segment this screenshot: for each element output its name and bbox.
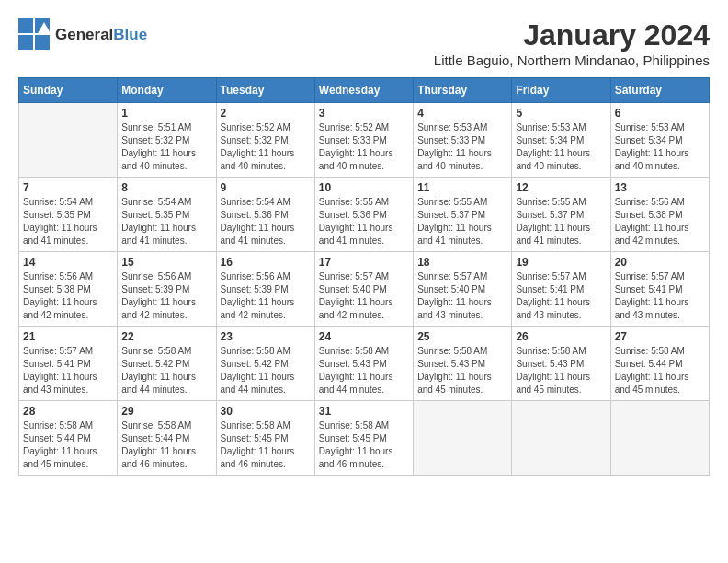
calendar-cell xyxy=(512,401,610,476)
calendar-cell: 25Sunrise: 5:58 AMSunset: 5:43 PMDayligh… xyxy=(414,327,512,401)
day-info: Sunrise: 5:58 AMSunset: 5:43 PMDaylight:… xyxy=(417,345,507,396)
calendar-cell: 1Sunrise: 5:51 AMSunset: 5:32 PMDaylight… xyxy=(118,103,216,178)
day-info: Sunrise: 5:58 AMSunset: 5:43 PMDaylight:… xyxy=(516,345,606,396)
day-info: Sunrise: 5:55 AMSunset: 5:37 PMDaylight:… xyxy=(516,196,606,247)
calendar-cell xyxy=(19,103,118,178)
calendar-cell: 11Sunrise: 5:55 AMSunset: 5:37 PMDayligh… xyxy=(414,178,512,252)
day-info: Sunrise: 5:56 AMSunset: 5:38 PMDaylight:… xyxy=(615,196,705,247)
day-info: Sunrise: 5:57 AMSunset: 5:41 PMDaylight:… xyxy=(23,345,113,396)
page-header: General Blue January 2024 Little Baguio,… xyxy=(18,18,710,68)
day-number: 19 xyxy=(516,256,606,269)
day-info: Sunrise: 5:57 AMSunset: 5:40 PMDaylight:… xyxy=(417,270,507,322)
calendar-cell: 27Sunrise: 5:58 AMSunset: 5:44 PMDayligh… xyxy=(610,327,709,401)
day-number: 16 xyxy=(221,256,311,269)
day-info: Sunrise: 5:53 AMSunset: 5:33 PMDaylight:… xyxy=(417,121,507,173)
day-number: 22 xyxy=(121,330,211,343)
day-number: 13 xyxy=(615,181,705,194)
svg-rect-2 xyxy=(18,35,33,50)
calendar-subtitle: Little Baguio, Northern Mindanao, Philip… xyxy=(434,52,710,68)
day-number: 6 xyxy=(615,107,705,120)
day-number: 15 xyxy=(121,256,211,269)
calendar-cell: 26Sunrise: 5:58 AMSunset: 5:43 PMDayligh… xyxy=(512,327,610,401)
day-info: Sunrise: 5:56 AMSunset: 5:39 PMDaylight:… xyxy=(121,270,211,322)
calendar-cell xyxy=(414,401,512,476)
day-number: 23 xyxy=(221,330,311,343)
day-info: Sunrise: 5:54 AMSunset: 5:35 PMDaylight:… xyxy=(23,196,113,247)
calendar-cell: 5Sunrise: 5:53 AMSunset: 5:34 PMDaylight… xyxy=(512,103,610,178)
calendar-cell: 19Sunrise: 5:57 AMSunset: 5:41 PMDayligh… xyxy=(512,252,610,327)
header-cell-tuesday: Tuesday xyxy=(216,78,314,103)
calendar-cell: 16Sunrise: 5:56 AMSunset: 5:39 PMDayligh… xyxy=(216,252,314,327)
calendar-cell: 30Sunrise: 5:58 AMSunset: 5:45 PMDayligh… xyxy=(216,401,314,476)
week-row-1: 7Sunrise: 5:54 AMSunset: 5:35 PMDaylight… xyxy=(19,178,710,252)
week-row-4: 28Sunrise: 5:58 AMSunset: 5:44 PMDayligh… xyxy=(19,401,710,476)
day-info: Sunrise: 5:58 AMSunset: 5:44 PMDaylight:… xyxy=(23,419,113,471)
day-number: 26 xyxy=(516,330,606,343)
calendar-cell: 9Sunrise: 5:54 AMSunset: 5:36 PMDaylight… xyxy=(216,178,314,252)
day-number: 10 xyxy=(319,181,409,194)
calendar-cell: 14Sunrise: 5:56 AMSunset: 5:38 PMDayligh… xyxy=(19,252,118,327)
header-cell-thursday: Thursday xyxy=(414,78,512,103)
calendar-cell: 22Sunrise: 5:58 AMSunset: 5:42 PMDayligh… xyxy=(118,327,216,401)
day-number: 14 xyxy=(23,256,113,269)
day-number: 9 xyxy=(221,181,311,194)
calendar-cell: 13Sunrise: 5:56 AMSunset: 5:38 PMDayligh… xyxy=(610,178,709,252)
day-info: Sunrise: 5:55 AMSunset: 5:36 PMDaylight:… xyxy=(319,196,409,247)
calendar-cell: 12Sunrise: 5:55 AMSunset: 5:37 PMDayligh… xyxy=(512,178,610,252)
calendar-header: SundayMondayTuesdayWednesdayThursdayFrid… xyxy=(19,78,710,103)
day-info: Sunrise: 5:58 AMSunset: 5:44 PMDaylight:… xyxy=(121,419,211,471)
day-info: Sunrise: 5:52 AMSunset: 5:32 PMDaylight:… xyxy=(221,121,311,173)
calendar-cell: 4Sunrise: 5:53 AMSunset: 5:33 PMDaylight… xyxy=(414,103,512,178)
calendar-cell: 7Sunrise: 5:54 AMSunset: 5:35 PMDaylight… xyxy=(19,178,118,252)
day-info: Sunrise: 5:58 AMSunset: 5:42 PMDaylight:… xyxy=(221,345,311,396)
header-cell-wednesday: Wednesday xyxy=(314,78,413,103)
logo: General Blue xyxy=(18,18,147,52)
day-number: 27 xyxy=(615,330,705,343)
calendar-cell: 2Sunrise: 5:52 AMSunset: 5:32 PMDaylight… xyxy=(216,103,314,178)
calendar-cell: 20Sunrise: 5:57 AMSunset: 5:41 PMDayligh… xyxy=(610,252,709,327)
day-info: Sunrise: 5:54 AMSunset: 5:36 PMDaylight:… xyxy=(221,196,311,247)
day-number: 12 xyxy=(516,181,606,194)
calendar-cell xyxy=(610,401,709,476)
day-info: Sunrise: 5:58 AMSunset: 5:44 PMDaylight:… xyxy=(615,345,705,396)
day-number: 8 xyxy=(121,181,211,194)
day-info: Sunrise: 5:58 AMSunset: 5:45 PMDaylight:… xyxy=(319,419,409,471)
calendar-cell: 6Sunrise: 5:53 AMSunset: 5:34 PMDaylight… xyxy=(610,103,709,178)
day-number: 1 xyxy=(121,107,211,120)
calendar-cell: 15Sunrise: 5:56 AMSunset: 5:39 PMDayligh… xyxy=(118,252,216,327)
calendar-cell: 21Sunrise: 5:57 AMSunset: 5:41 PMDayligh… xyxy=(19,327,118,401)
calendar-cell: 29Sunrise: 5:58 AMSunset: 5:44 PMDayligh… xyxy=(118,401,216,476)
header-cell-sunday: Sunday xyxy=(19,78,118,103)
day-number: 17 xyxy=(319,256,409,269)
calendar-cell: 24Sunrise: 5:58 AMSunset: 5:43 PMDayligh… xyxy=(314,327,413,401)
day-info: Sunrise: 5:56 AMSunset: 5:38 PMDaylight:… xyxy=(23,270,113,322)
day-info: Sunrise: 5:56 AMSunset: 5:39 PMDaylight:… xyxy=(221,270,311,322)
day-info: Sunrise: 5:54 AMSunset: 5:35 PMDaylight:… xyxy=(121,196,211,247)
day-number: 20 xyxy=(615,256,705,269)
logo-blue-text: Blue xyxy=(113,26,147,44)
calendar-title: January 2024 xyxy=(434,18,710,52)
day-number: 31 xyxy=(319,405,409,418)
day-info: Sunrise: 5:57 AMSunset: 5:41 PMDaylight:… xyxy=(516,270,606,322)
day-number: 2 xyxy=(221,107,311,120)
calendar-cell: 17Sunrise: 5:57 AMSunset: 5:40 PMDayligh… xyxy=(314,252,413,327)
calendar-cell: 18Sunrise: 5:57 AMSunset: 5:40 PMDayligh… xyxy=(414,252,512,327)
day-number: 21 xyxy=(23,330,113,343)
day-info: Sunrise: 5:57 AMSunset: 5:40 PMDaylight:… xyxy=(319,270,409,322)
logo-general-text: General xyxy=(55,26,113,44)
header-cell-saturday: Saturday xyxy=(610,78,709,103)
day-info: Sunrise: 5:58 AMSunset: 5:42 PMDaylight:… xyxy=(121,345,211,396)
day-number: 28 xyxy=(23,405,113,418)
logo-icon xyxy=(18,18,51,52)
svg-rect-0 xyxy=(18,18,33,33)
day-info: Sunrise: 5:51 AMSunset: 5:32 PMDaylight:… xyxy=(121,121,211,173)
calendar-body: 1Sunrise: 5:51 AMSunset: 5:32 PMDaylight… xyxy=(19,103,710,476)
calendar-cell: 10Sunrise: 5:55 AMSunset: 5:36 PMDayligh… xyxy=(314,178,413,252)
calendar-table: SundayMondayTuesdayWednesdayThursdayFrid… xyxy=(18,77,710,476)
day-number: 3 xyxy=(319,107,409,120)
header-cell-friday: Friday xyxy=(512,78,610,103)
day-number: 4 xyxy=(417,107,507,120)
day-info: Sunrise: 5:55 AMSunset: 5:37 PMDaylight:… xyxy=(417,196,507,247)
day-info: Sunrise: 5:58 AMSunset: 5:45 PMDaylight:… xyxy=(221,419,311,471)
day-number: 24 xyxy=(319,330,409,343)
